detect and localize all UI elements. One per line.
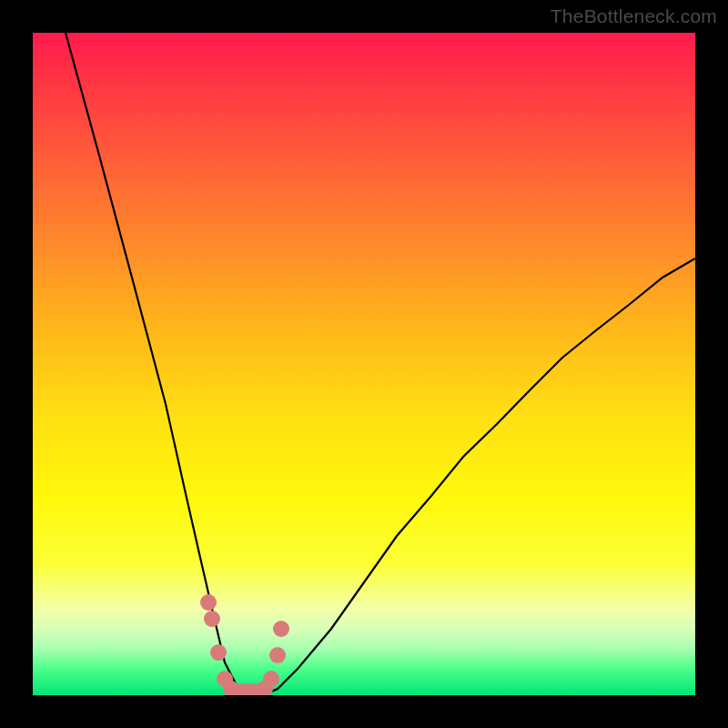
- watermark-text: TheBottleneck.com: [551, 5, 717, 27]
- marker-dot: [263, 671, 279, 687]
- marker-dot: [200, 594, 217, 611]
- marker-dot: [210, 644, 227, 661]
- chart-frame: TheBottleneck.com: [0, 0, 728, 728]
- marker-dot: [204, 611, 220, 627]
- marker-group: [200, 594, 289, 695]
- marker-dot: [269, 647, 286, 663]
- curve-layer: [33, 33, 695, 695]
- bottleneck-curve: [66, 33, 695, 694]
- plot-area: [33, 33, 695, 695]
- marker-dot: [273, 621, 289, 637]
